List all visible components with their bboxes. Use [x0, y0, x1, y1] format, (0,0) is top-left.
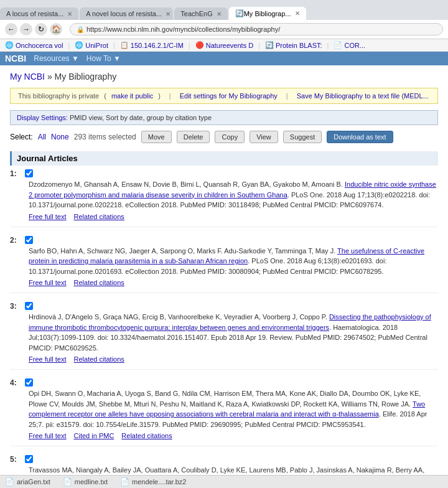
- article-checkbox[interactable]: [25, 236, 33, 244]
- url-text: https://www.ncbi.nlm.nih.gov/myncbi/coll…: [86, 26, 280, 33]
- cited-in-pmc-link[interactable]: Cited in PMC: [74, 432, 114, 439]
- article-number: 1:: [10, 169, 22, 178]
- file-icon-2: 📄: [63, 477, 72, 486]
- display-settings-value: PMID view, Sort by date, group by citati…: [70, 114, 212, 121]
- breadcrumb-mybibliography: My Bibliography: [55, 72, 117, 82]
- bookmark-onchocerca[interactable]: 🌐 Onchocerca vol: [5, 41, 63, 49]
- article-body: Sarfo BO, Hahn A, Schwarz NG, Jaeger A, …: [29, 246, 438, 287]
- tab-close-4[interactable]: ✕: [295, 10, 300, 17]
- select-toolbar: Select: All None 293 items selected Move…: [10, 128, 438, 146]
- article-body: Dzodzomenyo M, Ghansah A, Ensaw N, Dovie…: [29, 179, 438, 220]
- forward-button[interactable]: →: [20, 23, 32, 35]
- article-text: Dzodzomenyo M, Ghansah A, Ensaw N, Dovie…: [29, 179, 438, 210]
- related-citations-link[interactable]: Related citations: [74, 213, 124, 220]
- select-none-link[interactable]: None: [51, 133, 69, 141]
- delete-button[interactable]: Delete: [177, 131, 210, 143]
- lock-icon: 🔒: [77, 26, 84, 33]
- article-links: Free full textCited in PMCRelated citati…: [29, 432, 438, 439]
- free-full-text-link[interactable]: Free full text: [29, 355, 67, 363]
- bookmark-blast[interactable]: 🔄 Protein BLAST:: [265, 41, 322, 49]
- table-row: 2:Sarfo BO, Hahn A, Schwarz NG, Jaeger A…: [10, 236, 438, 294]
- make-public-link[interactable]: make it public: [111, 92, 153, 100]
- nav-icons: ← → ↻ 🏠: [5, 23, 62, 35]
- article-title-link[interactable]: Dissecting the pathophysiology of immune…: [29, 313, 431, 331]
- back-button[interactable]: ←: [5, 23, 17, 35]
- notice-text: This bibliography is private: [18, 92, 99, 100]
- article-title-link[interactable]: Inducible nitric oxide synthase 2 promot…: [29, 181, 436, 199]
- article-checkbox[interactable]: [25, 378, 33, 387]
- view-button[interactable]: View: [250, 131, 278, 143]
- statusbar-label-2: medline.txt: [75, 478, 108, 486]
- tab-sync-icon: 🔄: [235, 9, 244, 17]
- copy-button[interactable]: Copy: [215, 131, 245, 143]
- article-checkbox[interactable]: [25, 302, 33, 310]
- display-settings-link[interactable]: Display Settings:: [17, 114, 68, 121]
- article-body: Hrdinová J, D'Angelo S, Graça NAG, Ercig…: [29, 312, 438, 363]
- related-citations-link[interactable]: Related citations: [74, 355, 124, 363]
- article-title-link[interactable]: Two complement receptor one alleles have…: [29, 400, 425, 418]
- article-links: Free full textRelated citations: [29, 279, 438, 286]
- article-number: 5:: [10, 455, 22, 464]
- display-settings-bar: Display Settings: PMID view, Sort by dat…: [10, 110, 438, 125]
- address-bar: ← → ↻ 🏠 🔒 https://www.ncbi.nlm.nih.gov/m…: [0, 20, 448, 39]
- table-row: 4:Opi DH, Swann O, Macharia A, Uyoga S, …: [10, 378, 438, 446]
- statusbar-label-3: mendele....tar.bz2: [132, 478, 186, 486]
- tab-2[interactable]: A novel locus of resista... ✕: [80, 7, 173, 20]
- statusbar: 📄 ariaGen.txt 📄 medline.txt 📄 mendele...…: [0, 475, 448, 488]
- tab-close-2[interactable]: ✕: [166, 11, 170, 17]
- download-button[interactable]: Download as text: [327, 131, 393, 143]
- article-checkbox[interactable]: [25, 169, 33, 177]
- statusbar-label-1: ariaGen.txt: [17, 478, 50, 486]
- tab-3[interactable]: TeachEnG ✕: [174, 7, 227, 20]
- bookmark-nature[interactable]: 🔴 Natureevents D: [195, 41, 253, 49]
- howto-menu[interactable]: How To ▼: [86, 54, 121, 63]
- article-text: Sarfo BO, Hahn A, Schwarz NG, Jaeger A, …: [29, 246, 438, 277]
- file-icon-1: 📄: [5, 477, 14, 486]
- related-citations-link[interactable]: Related citations: [121, 432, 172, 439]
- resources-menu[interactable]: Resources ▼: [34, 54, 79, 63]
- page-content: My NCBI » My Bibliography This bibliogra…: [0, 65, 448, 488]
- bookmark-ip[interactable]: 📋 150.146.2.1/C-IM: [120, 41, 184, 49]
- suggest-button[interactable]: Suggest: [283, 131, 322, 143]
- article-body: Opi DH, Swann O, Macharia A, Uyoga S, Ba…: [29, 388, 438, 439]
- notice-bar: This bibliography is private ( make it p…: [10, 88, 438, 104]
- related-citations-link[interactable]: Related citations: [74, 279, 124, 286]
- statusbar-item-3[interactable]: 📄 mendele....tar.bz2: [120, 477, 186, 486]
- url-bar[interactable]: 🔒 https://www.ncbi.nlm.nih.gov/myncbi/co…: [70, 23, 443, 35]
- free-full-text-link[interactable]: Free full text: [29, 213, 67, 220]
- select-label: Select:: [10, 133, 33, 141]
- article-title-link[interactable]: The usefulness of C-reactive protein in …: [29, 247, 424, 265]
- tab-4[interactable]: 🔄 My Bibliograp... ✕: [229, 7, 306, 20]
- tab-1[interactable]: A locus of resista... ✕: [0, 7, 78, 20]
- free-full-text-link[interactable]: Free full text: [29, 432, 67, 439]
- article-number: 2:: [10, 236, 22, 245]
- statusbar-item-1[interactable]: 📄 ariaGen.txt: [5, 477, 50, 486]
- statusbar-item-2[interactable]: 📄 medline.txt: [63, 477, 108, 486]
- article-text: Hrdinová J, D'Angelo S, Graça NAG, Ercig…: [29, 312, 438, 353]
- reload-button[interactable]: ↻: [35, 23, 47, 35]
- table-row: 1:Dzodzomenyo M, Ghansah A, Ensaw N, Dov…: [10, 169, 438, 227]
- home-button[interactable]: 🏠: [50, 23, 62, 35]
- select-all-link[interactable]: All: [38, 133, 46, 141]
- article-checkbox[interactable]: [25, 455, 33, 463]
- bookmark-uniprot[interactable]: 🌐 UniProt: [75, 41, 108, 49]
- free-full-text-link[interactable]: Free full text: [29, 279, 67, 286]
- ncbi-navbar: NCBI Resources ▼ How To ▼: [0, 52, 448, 65]
- bookmarks-bar: 🌐 Onchocerca vol | 🌐 UniProt | 📋 150.146…: [0, 39, 448, 52]
- edit-settings-link[interactable]: Edit settings for My Bibliography: [180, 92, 278, 100]
- selected-count: 293 items selected: [74, 133, 136, 141]
- file-icon-3: 📄: [120, 477, 129, 486]
- tab-close-3[interactable]: ✕: [217, 11, 222, 17]
- tab-close-1[interactable]: ✕: [67, 11, 72, 17]
- breadcrumb-myncbi[interactable]: My NCBI: [10, 72, 45, 82]
- save-bibliography-link[interactable]: Save My Bibliography to a text file (MED…: [297, 92, 429, 100]
- article-links: Free full textRelated citations: [29, 355, 438, 363]
- section-header-journal: Journal Articles: [10, 151, 438, 166]
- table-row: 3:Hrdinová J, D'Angelo S, Graça NAG, Erc…: [10, 302, 438, 370]
- breadcrumb: My NCBI » My Bibliography: [10, 72, 438, 82]
- article-number: 3:: [10, 302, 22, 311]
- browser-tabs: A locus of resista... ✕ A novel locus of…: [0, 0, 448, 20]
- ncbi-logo: NCBI: [5, 54, 26, 63]
- move-button[interactable]: Move: [141, 131, 172, 143]
- bookmark-coru[interactable]: 📄 COR...: [334, 41, 365, 49]
